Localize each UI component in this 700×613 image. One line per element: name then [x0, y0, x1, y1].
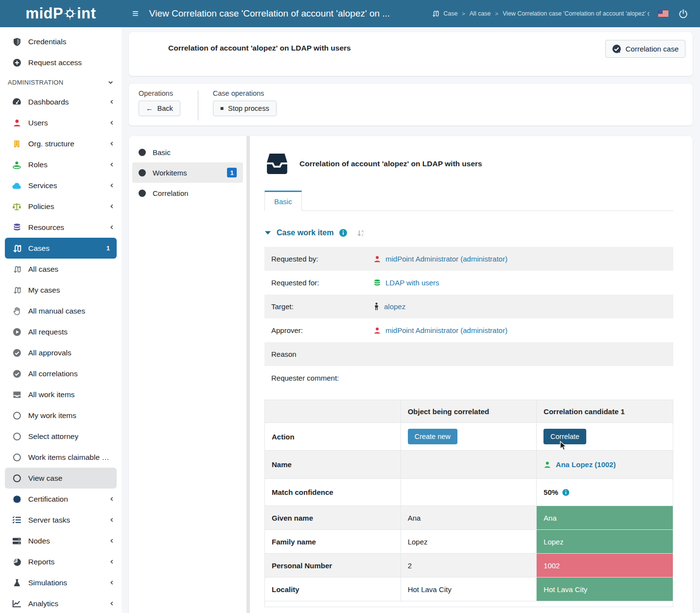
- case-panel-title: Correlation of account 'alopez' on LDAP …: [299, 159, 482, 168]
- top-header: midP int ≡ View Correlation case 'Correl…: [0, 0, 700, 27]
- sidebar-item-all-correlations[interactable]: All correlations: [0, 363, 122, 384]
- sidebar-item-label: Work items claimable …: [28, 453, 109, 462]
- shield-icon: [12, 37, 22, 46]
- back-label: Back: [158, 105, 173, 112]
- sidebar-item-users[interactable]: Users: [0, 112, 122, 133]
- sidebar-item-all-requests[interactable]: All requests: [0, 321, 122, 342]
- candidate-value-cell-match: Hot Lava City: [537, 578, 673, 601]
- sidebar-item-services[interactable]: Services: [0, 175, 122, 196]
- bullet-icon: [139, 149, 146, 156]
- role-user-icon: [12, 160, 22, 169]
- detail-value-text: LDAP with users: [385, 279, 439, 287]
- sidebar-item-request-access[interactable]: Request access: [0, 52, 122, 73]
- stop-square-icon: ■: [220, 105, 224, 112]
- menu-toggle-icon[interactable]: ≡: [132, 7, 139, 20]
- case-section-nav: Basic Workitems 1 Correlation: [129, 136, 246, 613]
- candidate-name-link[interactable]: Ana Lopez (1002): [543, 460, 666, 469]
- sidebar-item-view-case[interactable]: View case: [5, 468, 117, 489]
- caret-down-icon[interactable]: [264, 230, 271, 236]
- requested-by-link[interactable]: midPoint Administrator (administrator): [373, 255, 508, 263]
- table-footer-row: [265, 601, 673, 607]
- circle-icon: [12, 453, 22, 462]
- sort-icon[interactable]: AZ: [357, 229, 365, 237]
- inbox-icon: [264, 153, 290, 175]
- sidebar-item-work-items-claimable[interactable]: Work items claimable …: [0, 447, 122, 468]
- sidebar-item-analytics[interactable]: Analytics: [0, 593, 122, 613]
- sidebar-item-credentials[interactable]: Credentials: [0, 31, 122, 52]
- plus-circle-icon: [12, 58, 22, 67]
- logout-power-icon[interactable]: [678, 9, 688, 19]
- sidebar-item-my-cases[interactable]: My cases: [0, 280, 122, 300]
- sidebar-item-all-work-items[interactable]: All work items: [0, 384, 122, 405]
- case-nav-workitems[interactable]: Workitems 1: [132, 162, 243, 183]
- breadcrumb-case[interactable]: Case: [443, 10, 457, 17]
- stop-process-button[interactable]: ■ Stop process: [213, 101, 277, 116]
- row-label: Name: [265, 451, 401, 479]
- chevron-left-icon: [109, 600, 115, 607]
- row-label: Match confidence: [265, 479, 401, 506]
- sidebar-item-dashboards[interactable]: Dashboards: [0, 91, 122, 112]
- hand-icon: [12, 307, 22, 315]
- create-new-button[interactable]: Create new: [408, 429, 457, 444]
- sidebar-item-nodes[interactable]: Nodes: [0, 530, 122, 551]
- sidebar-item-org-structure[interactable]: Org. structure: [0, 133, 122, 154]
- sidebar: Credentials Request access ADMINISTRATIO…: [0, 27, 122, 613]
- cases-count-badge: 1: [106, 245, 110, 252]
- case-nav-scrollbar[interactable]: [246, 136, 250, 613]
- sidebar-item-label: All work items: [28, 390, 75, 399]
- detail-label: Reason: [271, 350, 373, 358]
- sidebar-item-all-approvals[interactable]: All approvals: [0, 342, 122, 363]
- case-nav-basic[interactable]: Basic: [132, 142, 243, 162]
- midpoint-logo[interactable]: midP int: [0, 5, 122, 22]
- row-label: Action: [265, 423, 401, 451]
- language-flag-us[interactable]: [658, 10, 668, 17]
- info-icon[interactable]: [339, 228, 348, 237]
- breadcrumb: Case > All case > View Correlation case …: [432, 10, 649, 18]
- badge-label: Correlation case: [626, 45, 679, 53]
- requested-for-link[interactable]: LDAP with users: [373, 279, 439, 287]
- check-circle-icon: [12, 369, 22, 378]
- sidebar-item-all-cases[interactable]: All cases: [0, 259, 122, 280]
- approver-link[interactable]: midPoint Administrator (administrator): [373, 326, 508, 334]
- sidebar-item-select-attorney[interactable]: Select attorney: [0, 426, 122, 447]
- chevron-left-icon: [109, 182, 115, 189]
- correlation-case-badge[interactable]: Correlation case: [605, 40, 685, 58]
- sidebar-item-label: My work items: [28, 411, 76, 420]
- workitems-count-badge: 1: [227, 168, 237, 177]
- sidebar-item-label: Server tasks: [28, 516, 70, 525]
- action-row: Action Create new Correlate: [265, 423, 673, 451]
- tachometer-icon: [12, 97, 22, 106]
- sidebar-item-policies[interactable]: Policies: [0, 196, 122, 217]
- svg-text:Z: Z: [362, 233, 364, 237]
- sidebar-item-resources[interactable]: Resources: [0, 217, 122, 238]
- sidebar-item-reports[interactable]: Reports: [0, 551, 122, 572]
- bullet-icon: [139, 169, 146, 176]
- certificate-icon: [12, 495, 22, 504]
- sidebar-item-simulations[interactable]: Simulations: [0, 572, 122, 593]
- sidebar-section-administration[interactable]: ADMINISTRATION: [0, 73, 122, 91]
- case-nav-correlation[interactable]: Correlation: [132, 183, 243, 203]
- sidebar-item-certification[interactable]: Certification: [0, 489, 122, 509]
- sidebar-item-roles[interactable]: Roles: [0, 154, 122, 175]
- cloud-icon: [12, 182, 22, 190]
- sidebar-item-server-tasks[interactable]: Server tasks: [0, 509, 122, 530]
- case-nav-label: Correlation: [153, 189, 188, 197]
- tab-basic[interactable]: Basic: [264, 191, 302, 211]
- play-circle-icon: [12, 328, 22, 336]
- back-button[interactable]: ← Back: [139, 101, 180, 116]
- detail-row-requested-for: Requested for: LDAP with users: [264, 271, 673, 295]
- info-icon[interactable]: [562, 489, 570, 496]
- section-title: Case work item: [277, 228, 333, 237]
- candidate-name-text: Ana Lopez (1002): [556, 460, 615, 469]
- correlation-table: Object being correlated Correlation cand…: [264, 400, 673, 607]
- sidebar-item-my-work-items[interactable]: My work items: [0, 405, 122, 426]
- sidebar-item-all-manual-cases[interactable]: All manual cases: [0, 300, 122, 321]
- detail-row-requester-comment: Requester comment:: [264, 366, 673, 390]
- attribute-row-given-name: Given name Ana Ana: [265, 506, 673, 530]
- breadcrumb-all-cases[interactable]: All case: [470, 10, 491, 17]
- target-link[interactable]: alopez: [373, 302, 405, 311]
- section-label: ADMINISTRATION: [8, 79, 63, 86]
- detail-label: Requested for:: [271, 279, 373, 287]
- case-arrows-icon: [12, 244, 22, 253]
- sidebar-item-cases[interactable]: Cases 1: [5, 238, 117, 259]
